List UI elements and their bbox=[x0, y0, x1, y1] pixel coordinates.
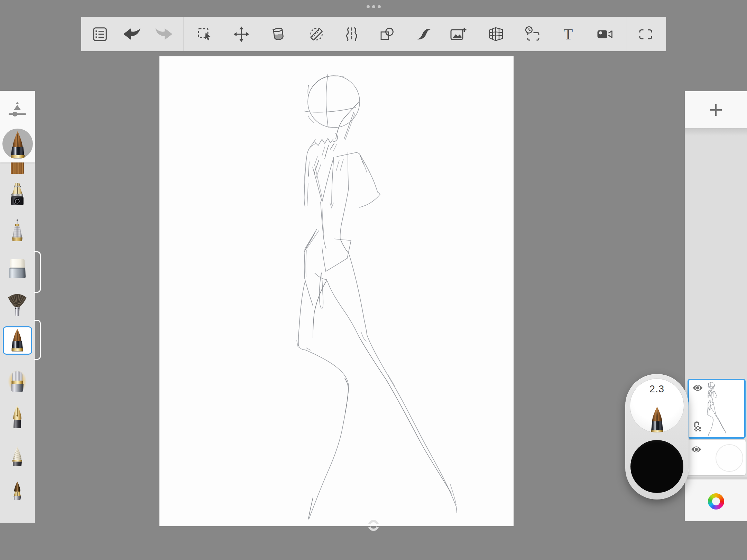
watercolor-brush-icon bbox=[4, 327, 31, 353]
eraser-tool[interactable] bbox=[8, 259, 27, 279]
tool-options-panel bbox=[0, 91, 35, 162]
toolbar-divider bbox=[627, 17, 627, 51]
fan-brush-icon bbox=[6, 293, 28, 317]
undo-icon bbox=[121, 24, 142, 45]
select-icon bbox=[196, 25, 214, 43]
pastel-icon bbox=[10, 446, 24, 467]
brush-size-value: 2.3 bbox=[630, 383, 684, 395]
airbrush-icon bbox=[9, 183, 26, 205]
fullscreen-icon bbox=[637, 25, 655, 43]
handle-dot bbox=[372, 5, 375, 8]
window-handle-dots[interactable] bbox=[367, 5, 381, 8]
curve-stroke-button[interactable] bbox=[408, 17, 440, 51]
fullscreen-button[interactable] bbox=[630, 17, 661, 51]
airbrush-tool[interactable] bbox=[9, 183, 26, 205]
current-brush-button[interactable] bbox=[2, 129, 33, 159]
watercolor-brush-tool[interactable] bbox=[3, 326, 32, 355]
text-tool-button[interactable]: T bbox=[553, 17, 584, 51]
layers-menu-icon bbox=[91, 26, 109, 43]
tool-options-button[interactable] bbox=[8, 101, 26, 117]
fineliner-icon bbox=[10, 220, 24, 242]
layer2-visibility-toggle[interactable] bbox=[691, 446, 702, 453]
layers-menu-button[interactable] bbox=[84, 17, 116, 51]
panel-shade bbox=[685, 128, 747, 136]
redo-button[interactable] bbox=[148, 17, 179, 51]
video-record-button[interactable] bbox=[589, 17, 620, 51]
shapes-icon bbox=[378, 25, 396, 43]
layer1-lock-toggle[interactable] bbox=[693, 421, 701, 432]
fan-brush-tool[interactable] bbox=[6, 293, 28, 317]
svg-text:T: T bbox=[564, 26, 573, 43]
tool-sidebar bbox=[0, 91, 35, 523]
fountain-pen-icon bbox=[10, 405, 24, 429]
fill-bucket-icon bbox=[269, 25, 287, 43]
color-wheel-button[interactable] bbox=[708, 493, 724, 510]
layer-row-1[interactable] bbox=[688, 379, 746, 439]
shapes-button[interactable] bbox=[371, 17, 403, 51]
eye-icon bbox=[691, 446, 702, 453]
ruler-icon bbox=[307, 25, 325, 43]
add-image-button[interactable] bbox=[442, 17, 473, 51]
undo-button[interactable] bbox=[116, 17, 147, 51]
color-section bbox=[685, 477, 747, 521]
acrylic-brush-icon bbox=[8, 370, 27, 393]
detail-brush-icon bbox=[12, 481, 23, 501]
unlock-icon bbox=[693, 421, 701, 432]
sync-spinner-icon bbox=[367, 519, 380, 532]
distort-symmetry-icon bbox=[343, 25, 361, 43]
eye-icon bbox=[692, 384, 703, 392]
brush-preview-icon bbox=[647, 406, 667, 433]
add-layer-button[interactable] bbox=[685, 91, 747, 128]
current-color-button[interactable] bbox=[630, 440, 683, 493]
video-record-icon bbox=[596, 25, 614, 43]
toolbar-divider bbox=[183, 17, 184, 51]
fill-bucket-button[interactable] bbox=[263, 17, 294, 51]
fineliner-tool[interactable] bbox=[10, 220, 24, 242]
layer1-visibility-toggle[interactable] bbox=[692, 384, 703, 392]
timelapse-icon bbox=[524, 25, 542, 43]
main-toolbar: T bbox=[81, 17, 666, 51]
redo-icon bbox=[154, 24, 174, 45]
layer1-thumbnail bbox=[707, 382, 726, 436]
curve-stroke-icon bbox=[415, 25, 433, 43]
layer2-thumbnail bbox=[716, 444, 743, 472]
pastel-tool[interactable] bbox=[10, 446, 24, 467]
move-icon bbox=[232, 25, 250, 43]
fountain-pen-tool[interactable] bbox=[10, 405, 24, 429]
acrylic-brush-tool[interactable] bbox=[8, 370, 27, 393]
timelapse-button[interactable] bbox=[517, 17, 548, 51]
distort-symmetry-button[interactable] bbox=[336, 17, 367, 51]
perspective-grid-icon bbox=[487, 25, 505, 43]
brush-size-button[interactable]: 2.3 bbox=[630, 379, 684, 433]
add-image-icon bbox=[449, 25, 467, 43]
tool-options-icon bbox=[8, 101, 26, 117]
current-brush-icon bbox=[2, 129, 33, 159]
handle-dot bbox=[367, 5, 370, 8]
perspective-grid-button[interactable] bbox=[480, 17, 511, 51]
ruler-button[interactable] bbox=[301, 17, 332, 51]
detail-brush-tool[interactable] bbox=[12, 481, 23, 501]
move-button[interactable] bbox=[226, 17, 257, 51]
plus-icon bbox=[709, 103, 723, 117]
layer-row-2[interactable] bbox=[688, 440, 746, 475]
sync-spinner bbox=[367, 519, 380, 532]
figure-sketch-drawing bbox=[159, 56, 514, 526]
eraser-icon bbox=[8, 259, 27, 279]
handle-dot bbox=[378, 5, 381, 8]
eraser-drawer-indicator[interactable] bbox=[34, 251, 41, 293]
select-button[interactable] bbox=[189, 17, 220, 51]
text-tool-icon: T bbox=[559, 25, 577, 43]
watercolor-drawer-indicator[interactable] bbox=[34, 320, 41, 360]
layers-panel bbox=[685, 91, 747, 521]
drawing-canvas[interactable] bbox=[159, 56, 514, 526]
brush-settings-widget: 2.3 bbox=[625, 374, 689, 500]
app-stage: T bbox=[0, 0, 747, 560]
